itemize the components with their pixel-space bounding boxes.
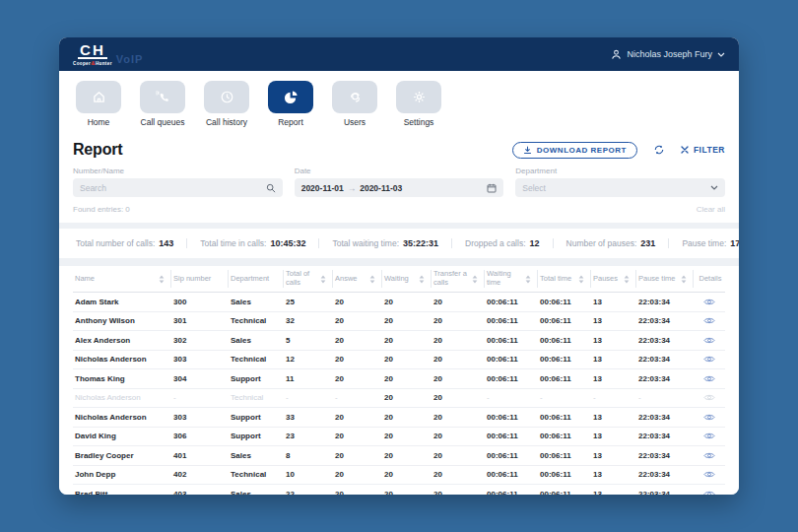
chevron-down-icon (717, 52, 725, 57)
cell-pause-time: 22:03:34 (636, 413, 694, 422)
eye-icon (703, 413, 715, 422)
cell-total-of-calls: - (284, 393, 333, 402)
cell-pauses: 13 (591, 336, 636, 345)
filter-date: Date 2020-11-01 → 2020-11-03 (295, 166, 504, 197)
nav-item-call-history[interactable]: Call history (201, 81, 252, 127)
stat-pause-time: Pause time:175:22:31 (668, 238, 739, 248)
column-header-total-of-calls[interactable]: Total of calls (284, 270, 333, 288)
cell-waiting: 20 (382, 298, 432, 306)
cell-name: Anthony Wilson (73, 316, 171, 325)
details-eye-button[interactable] (694, 470, 725, 479)
details-eye-button[interactable] (694, 298, 725, 306)
cell-waiting: 20 (382, 451, 432, 460)
date-range-input[interactable]: 2020-11-01 → 2020-11-03 (295, 178, 504, 197)
cell-total-time: 00:06:11 (538, 413, 591, 422)
nav-item-report[interactable]: Report (265, 81, 316, 127)
details-eye-button[interactable] (694, 413, 725, 422)
user-icon (611, 49, 622, 60)
nav-label-users: Users (344, 117, 366, 127)
search-input[interactable]: Search (73, 178, 283, 197)
download-report-button[interactable]: DOWNLOAD REPORT (512, 142, 637, 159)
logo-ch-text: CH (78, 43, 107, 59)
cell-department: Support (229, 413, 284, 422)
table-row: Thomas King304Support1120202000:06:1100:… (73, 369, 725, 389)
details-eye-button[interactable] (694, 432, 725, 440)
found-entries-text: Found entries: 0 (73, 205, 130, 214)
cell-waiting: 20 (382, 432, 432, 440)
details-eye-button[interactable] (694, 355, 725, 364)
cell-answered: 20 (333, 451, 382, 460)
eye-icon (703, 316, 715, 325)
column-header-answered[interactable]: Answe (333, 270, 382, 288)
cell-total-time: 00:06:11 (538, 298, 591, 306)
column-header-waiting-time[interactable]: Waiting time (485, 270, 538, 288)
cell-transfer-calls: 20 (432, 393, 485, 402)
cell-waiting: 20 (382, 470, 432, 479)
column-header-total-time[interactable]: Total time (538, 270, 591, 288)
column-header-name[interactable]: Name (73, 270, 171, 288)
details-eye-button[interactable] (694, 336, 725, 345)
department-select[interactable]: Select (515, 178, 725, 197)
nav-item-settings[interactable]: Settings (393, 81, 444, 127)
sort-icon[interactable] (320, 275, 326, 284)
cell-pauses: 13 (591, 355, 636, 364)
cell-sip-number: 402 (171, 470, 229, 479)
cell-sip-number: 303 (171, 355, 229, 364)
sort-icon[interactable] (369, 275, 375, 284)
column-header-transfer-calls[interactable]: Transfer a calls (432, 270, 485, 288)
cell-sip-number: 403 (171, 490, 229, 495)
nav-item-home[interactable]: Home (73, 81, 124, 127)
filter-button[interactable]: FILTER (681, 145, 725, 155)
cell-pause-time: - (636, 393, 694, 402)
clear-all-link[interactable]: Clear all (697, 205, 725, 214)
main-nav: Home Call queues Call history Report (59, 71, 739, 133)
refresh-icon (653, 144, 665, 156)
cell-pauses: 13 (591, 298, 636, 306)
sort-icon[interactable] (624, 275, 630, 284)
cell-waiting: 20 (382, 413, 432, 422)
sort-icon[interactable] (525, 275, 531, 284)
cell-department: Sales (229, 490, 284, 495)
column-header-pause-time[interactable]: Pause time (636, 270, 694, 288)
cell-waiting-time: 00:06:11 (485, 470, 538, 479)
nav-item-users[interactable]: Users (329, 81, 380, 127)
nav-label-call-queues: Call queues (141, 117, 185, 127)
page-title: Report (73, 141, 122, 159)
report-section: Report DOWNLOAD REPORT FILTER (59, 133, 739, 223)
settings-icon (412, 90, 427, 104)
user-menu[interactable]: Nicholas Joseph Fury (611, 49, 725, 60)
column-header-pauses[interactable]: Pauses (591, 270, 636, 288)
refresh-button[interactable] (653, 144, 665, 156)
cell-total-of-calls: 10 (284, 470, 333, 479)
nav-item-call-queues[interactable]: Call queues (137, 81, 188, 127)
calendar-icon (487, 183, 497, 193)
sort-icon[interactable] (578, 275, 584, 284)
cell-name: Alex Anderson (73, 336, 171, 345)
cell-total-time: 00:06:11 (538, 490, 591, 495)
sort-icon[interactable] (472, 275, 478, 284)
details-eye-button[interactable] (694, 451, 725, 460)
logo-subtext: Cooper&Hunter (73, 60, 112, 66)
cell-sip-number: 306 (171, 432, 229, 440)
cell-pause-time: 22:03:34 (636, 336, 694, 345)
sort-icon[interactable] (159, 275, 165, 284)
details-eye-button[interactable] (694, 490, 725, 495)
sort-icon[interactable] (681, 275, 687, 284)
cell-waiting: 20 (382, 490, 432, 495)
cell-answered: 20 (333, 490, 382, 495)
cell-name: Nicholas Anderson (73, 355, 171, 364)
cell-name: Nicholas Anderson (73, 413, 171, 422)
cell-pause-time: 22:03:34 (636, 316, 694, 325)
cell-total-of-calls: 5 (284, 336, 333, 345)
cell-waiting: 20 (382, 316, 432, 325)
column-header-department: Department (229, 270, 284, 288)
table-row: Bradley Cooper401Sales820202000:06:1100:… (73, 446, 725, 466)
table-row: Anthony Wilson301Technical3220202000:06:… (73, 312, 725, 332)
top-content-block: Home Call queues Call history Report (59, 71, 739, 223)
details-eye-button[interactable] (694, 374, 725, 383)
sort-icon[interactable] (419, 275, 425, 284)
details-eye-button[interactable] (694, 316, 725, 325)
cell-pauses: 13 (591, 432, 636, 440)
cell-transfer-calls: 20 (432, 298, 485, 306)
column-header-waiting[interactable]: Waiting (382, 270, 432, 288)
